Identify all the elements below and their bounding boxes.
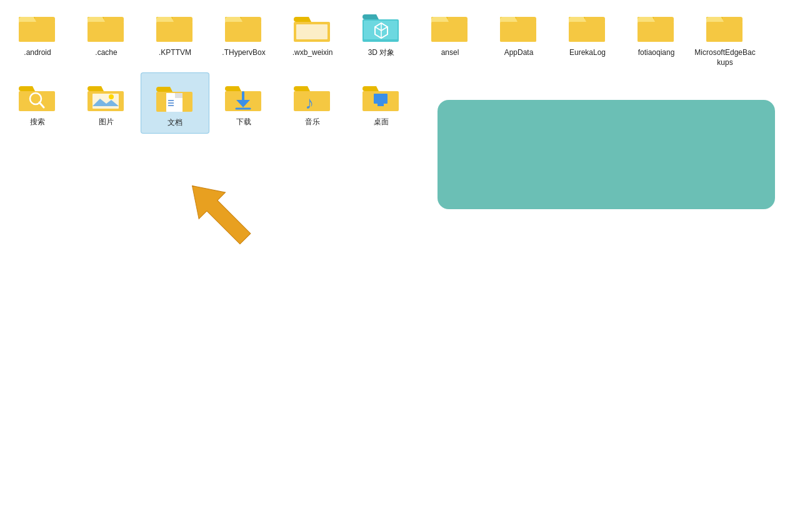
svg-rect-2 bbox=[19, 22, 55, 42]
folder-fotiaoqiang[interactable]: fotiaoqiang bbox=[622, 3, 691, 72]
folder-icon-img-desktop bbox=[362, 77, 400, 115]
folder-label-search: 搜索 bbox=[30, 117, 45, 127]
folder-label-android: .android bbox=[24, 48, 51, 58]
folder-eurekalog[interactable]: EurekaLog bbox=[553, 3, 622, 72]
folder-documents[interactable]: 文档 bbox=[141, 72, 209, 134]
desktop: .android .cache .KPTTVM .THypervBox .wxb… bbox=[0, 0, 800, 532]
teal-highlight-box bbox=[438, 100, 775, 209]
svg-rect-5 bbox=[88, 22, 124, 42]
folder-thypervbox[interactable]: .THypervBox bbox=[209, 3, 278, 72]
svg-rect-11 bbox=[225, 22, 261, 42]
folder-label-desktop: 桌面 bbox=[374, 117, 389, 127]
folder-label-eurekalog: EurekaLog bbox=[569, 48, 606, 58]
folder-icon-img-pictures bbox=[88, 77, 125, 115]
folder-label-cache: .cache bbox=[95, 48, 117, 58]
svg-rect-34 bbox=[706, 22, 742, 42]
folder-ansel[interactable]: ansel bbox=[416, 3, 484, 72]
folder-label-appdata: AppData bbox=[504, 48, 534, 58]
folder-icon-img-eurekalog bbox=[569, 8, 606, 46]
folder-search[interactable]: 搜索 bbox=[3, 72, 72, 134]
svg-rect-25 bbox=[500, 22, 536, 42]
folder-label-msedge: MicrosoftEdgeBackups bbox=[694, 48, 756, 67]
folder-appdata[interactable]: AppData bbox=[484, 3, 553, 72]
folder-kpttvm[interactable]: .KPTTVM bbox=[141, 3, 209, 72]
folder-android[interactable]: .android bbox=[3, 3, 72, 72]
folder-label-ansel: ansel bbox=[441, 48, 459, 58]
folder-icon-img-ansel bbox=[431, 8, 469, 46]
folder-label-kpttvm: .KPTTVM bbox=[159, 48, 191, 58]
folder-icon-img-wxb_weixin bbox=[294, 8, 331, 46]
svg-rect-31 bbox=[638, 22, 674, 42]
folder-icon-img-music: ♪ bbox=[294, 77, 331, 115]
folder-pictures[interactable]: 图片 bbox=[72, 72, 141, 134]
folder-icon-img-downloads bbox=[225, 77, 262, 115]
folder-icon-img-cache bbox=[88, 8, 125, 46]
svg-rect-57 bbox=[374, 94, 388, 104]
folder-label-music: 音乐 bbox=[305, 117, 320, 127]
folder-label-thypervbox: .THypervBox bbox=[222, 48, 265, 58]
folder-label-downloads: 下载 bbox=[236, 117, 251, 127]
svg-rect-46 bbox=[175, 98, 182, 112]
svg-point-41 bbox=[109, 94, 114, 99]
svg-rect-28 bbox=[569, 22, 605, 42]
folder-label-pictures: 图片 bbox=[99, 117, 114, 127]
svg-rect-13 bbox=[296, 24, 328, 39]
folder-msedge[interactable]: MicrosoftEdgeBackups bbox=[691, 3, 759, 72]
folder-wxb_weixin[interactable]: .wxb_weixin bbox=[278, 3, 347, 72]
folder-icon-img-appdata bbox=[500, 8, 538, 46]
folder-row-1: .android .cache .KPTTVM .THypervBox .wxb… bbox=[0, 0, 800, 72]
folder-icon-img-documents bbox=[156, 78, 194, 116]
svg-text:♪: ♪ bbox=[305, 93, 314, 112]
folder-3d_obj[interactable]: 3D 对象 bbox=[347, 3, 416, 72]
folder-icon-img-android bbox=[19, 8, 56, 46]
folder-cache[interactable]: .cache bbox=[72, 3, 141, 72]
folder-desktop[interactable]: 桌面 bbox=[347, 72, 416, 134]
folder-label-wxb_weixin: .wxb_weixin bbox=[292, 48, 333, 58]
folder-icon-img-search bbox=[19, 77, 56, 115]
folder-label-documents: 文档 bbox=[168, 118, 182, 128]
svg-marker-59 bbox=[181, 172, 256, 252]
folder-icon-img-thypervbox bbox=[225, 8, 262, 46]
folder-icon-img-kpttvm bbox=[156, 8, 194, 46]
svg-rect-39 bbox=[92, 94, 119, 109]
svg-rect-22 bbox=[431, 22, 468, 42]
folder-icon-img-3d_obj bbox=[362, 8, 400, 46]
svg-rect-8 bbox=[156, 22, 192, 42]
arrow-indicator bbox=[181, 169, 256, 256]
folder-downloads[interactable]: 下载 bbox=[209, 72, 278, 134]
folder-music[interactable]: ♪ 音乐 bbox=[278, 72, 347, 134]
svg-rect-35 bbox=[19, 91, 55, 111]
svg-rect-58 bbox=[378, 104, 384, 106]
folder-icon-img-fotiaoqiang bbox=[638, 8, 675, 46]
folder-label-3d_obj: 3D 对象 bbox=[368, 48, 395, 58]
folder-label-fotiaoqiang: fotiaoqiang bbox=[638, 48, 675, 58]
folder-icon-img-msedge bbox=[706, 8, 744, 46]
